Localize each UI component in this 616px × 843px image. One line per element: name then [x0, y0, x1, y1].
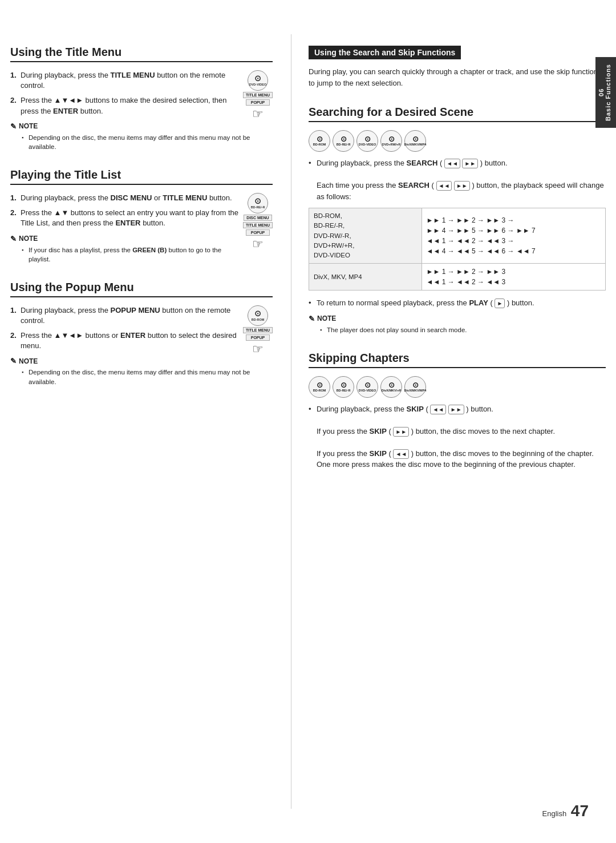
note-item: Depending on the disc, the menu items ma… — [22, 133, 273, 151]
note-label-3: NOTE — [19, 357, 38, 365]
title-menu-remote-label: TITLE MENU — [243, 92, 273, 98]
page-number: 47 — [571, 802, 589, 820]
title-searching-scene: Searching for a Desired Scene — [309, 106, 606, 122]
page: 06 Basic Functions Using the Title Menu … — [0, 0, 616, 843]
bd-re-r-icon: ⊙ BD-RE/-R — [248, 193, 268, 213]
bd-rom-icon: ⊙ BD-ROM — [248, 305, 268, 326]
note-item-search: The player does not play sound in search… — [320, 325, 606, 334]
chapter-label: 06 Basic Functions — [595, 57, 616, 128]
section-searching-scene: Searching for a Desired Scene ⊙ BD-ROM ⊙… — [309, 106, 606, 334]
bullet-skip-1: During playback, press the SKIP ( ◄◄ ►► … — [309, 404, 606, 470]
note-title-menu: ✎ NOTE Depending on the disc, the menu i… — [10, 122, 273, 151]
disc-bd-rom: ⊙ BD-ROM — [309, 130, 330, 152]
left-column: Using the Title Menu ⊙ DVD-VIDEO TITLE M… — [10, 34, 273, 809]
step-2-pm: 2. Press the ▲▼◄► buttons or ENTER butto… — [10, 330, 238, 351]
bullet-return: To return to normal speed playback, pres… — [309, 297, 606, 309]
note-pencil-icon-4: ✎ — [309, 314, 315, 323]
title-using-popup-menu: Using the Popup Menu — [10, 281, 273, 297]
note-pencil-icon-3: ✎ — [10, 357, 17, 365]
chapter-num: 06 — [598, 88, 605, 96]
disc-bd-re-r: ⊙ BD-RE/-R — [333, 130, 354, 152]
note-label: NOTE — [19, 122, 38, 130]
section-skipping-chapters: Skipping Chapters ⊙ BD-ROM ⊙ BD-RE/-R ⊙ … — [309, 352, 606, 470]
bullet-search-1: During playback, press the SEARCH ( ◄◄ ►… — [309, 158, 606, 202]
step-1-pm: 1. During playback, press the POPUP MENU… — [10, 305, 238, 326]
return-normal-bullet: To return to normal speed playback, pres… — [309, 297, 606, 309]
main-content: Using the Title Menu ⊙ DVD-VIDEO TITLE M… — [10, 34, 606, 809]
table-cell-divx: DivX, MKV, MP4 — [309, 264, 422, 291]
title-menu-steps: 1. During playback, press the TITLE MENU… — [10, 70, 273, 116]
right-column: Using the Search and Skip Functions Duri… — [291, 34, 606, 809]
note-pencil-icon-2: ✎ — [10, 235, 17, 243]
disc-dvd-rw-plus-r: ⊙ DVD+RW/+R — [380, 130, 402, 152]
section-playing-title-list: Playing the Title List ⊙ BD-RE/-R DISC M… — [10, 168, 273, 264]
note-pencil-icon: ✎ — [10, 122, 17, 131]
popup-menu-steps: 1. During playback, press the POPUP MENU… — [10, 305, 273, 352]
disc-icons-skip: ⊙ BD-ROM ⊙ BD-RE/-R ⊙ DVD-VIDEO ⊙ DivX/M… — [309, 376, 606, 398]
note-label-2: NOTE — [19, 235, 38, 243]
title-search-skip: Using the Search and Skip Functions — [309, 46, 461, 59]
language-label: English — [542, 809, 567, 818]
disc-icons-search: ⊙ BD-ROM ⊙ BD-RE/-R ⊙ DVD-VIDEO ⊙ DVD+RW… — [309, 130, 606, 152]
step-1-ptl: 1. During playback, press the DISC MENU … — [10, 193, 238, 203]
dvd-video-icon: ⊙ DVD-VIDEO — [248, 70, 268, 91]
hand-icon: ☞ — [252, 107, 264, 122]
table-cell-bd-speeds: ►► 1 → ►► 2 → ►► 3 →►► 4 → ►► 5 → ►► 6 →… — [422, 208, 605, 264]
title-playing-title-list: Playing the Title List — [10, 168, 273, 185]
search-skip-intro: During play, you can search quickly thro… — [309, 66, 606, 88]
table-cell-disc-types: BD-ROM,BD-RE/-R,DVD-RW/-R,DVD+RW/+R,DVD-… — [309, 208, 422, 264]
speed-table: BD-ROM,BD-RE/-R,DVD-RW/-R,DVD+RW/+R,DVD-… — [309, 208, 606, 291]
disc-menu-label: DISC MENU — [244, 215, 271, 221]
disc-dvd-rw-plus-r-2: ⊙ DivX/MKV/+R — [380, 376, 402, 398]
disc-dvd-video: ⊙ DVD-VIDEO — [356, 130, 378, 152]
step-2-ptl: 2. Press the ▲▼ buttons to select an ent… — [10, 208, 238, 228]
table-row-divx: DivX, MKV, MP4 ►► 1 → ►► 2 → ►► 3◄◄ 1 → … — [309, 264, 606, 291]
hand-icon-3: ☞ — [252, 342, 264, 357]
side-tab-text: Basic Functions — [605, 64, 611, 121]
table-row-bd: BD-ROM,BD-RE/-R,DVD-RW/-R,DVD+RW/+R,DVD-… — [309, 208, 606, 264]
disc-bd-re-r-2: ⊙ BD-RE/-R — [333, 376, 354, 398]
table-cell-divx-speeds: ►► 1 → ►► 2 → ►► 3◄◄ 1 → ◄◄ 2 → ◄◄ 3 — [422, 264, 605, 291]
title-skipping-chapters: Skipping Chapters — [309, 352, 606, 368]
popup-label2: POPUP — [246, 229, 270, 236]
step-2: 2. Press the ▲▼◄► buttons to make the de… — [10, 95, 238, 116]
title-using-title-menu: Using the Title Menu — [10, 46, 273, 62]
search-scene-bullets: During playback, press the SEARCH ( ◄◄ ►… — [309, 158, 606, 202]
section-search-skip: Using the Search and Skip Functions Duri… — [309, 46, 606, 88]
playing-title-list-steps: 1. During playback, press the DISC MENU … — [10, 193, 273, 229]
popup-remote-label: POPUP — [246, 99, 270, 106]
section-using-popup-menu: Using the Popup Menu ⊙ BD-ROM TITLE MENU… — [10, 281, 273, 386]
skip-bullets: During playback, press the SKIP ( ◄◄ ►► … — [309, 404, 606, 470]
title-menu-label3: TITLE MENU — [243, 327, 273, 333]
disc-divx-mkv-2: ⊙ DivX/MKV/MP4 — [404, 376, 426, 398]
note-item-ptl: If your disc has a playlist, press the G… — [22, 245, 273, 264]
disc-divx-mkv: ⊙ DivX/MKV/MP4 — [404, 130, 426, 152]
step-1: 1. During playback, press the TITLE MENU… — [10, 70, 238, 91]
note-search: ✎ NOTE The player does not play sound in… — [309, 314, 606, 334]
note-popup-menu: ✎ NOTE Depending on the disc, the menu i… — [10, 357, 273, 386]
popup-label3: POPUP — [246, 334, 270, 341]
disc-dvd-video-2: ⊙ DVD-VIDEO — [356, 376, 378, 398]
page-number-area: English 47 — [542, 802, 589, 820]
note-label-4: NOTE — [317, 314, 336, 322]
note-item-pm: Depending on the disc, the menu items ma… — [22, 368, 273, 386]
note-playing-title-list: ✎ NOTE If your disc has a playlist, pres… — [10, 235, 273, 264]
disc-bd-rom-2: ⊙ BD-ROM — [309, 376, 330, 398]
section-using-title-menu: Using the Title Menu ⊙ DVD-VIDEO TITLE M… — [10, 46, 273, 151]
title-menu-label2: TITLE MENU — [243, 222, 273, 228]
